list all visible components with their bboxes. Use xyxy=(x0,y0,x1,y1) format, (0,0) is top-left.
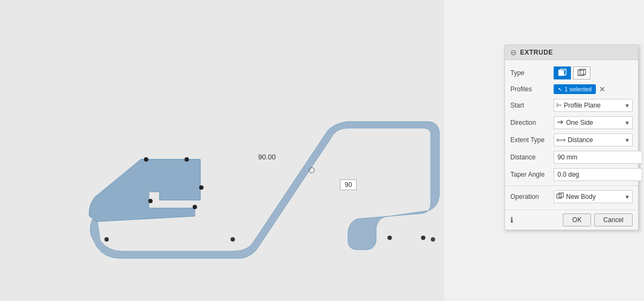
operation-icon xyxy=(556,192,564,202)
collapse-icon[interactable]: ⊖ xyxy=(510,48,517,57)
ok-button[interactable]: OK xyxy=(563,213,590,226)
operation-dropdown[interactable]: New Body ▼ xyxy=(554,190,633,203)
thin-extrude-icon xyxy=(577,68,587,78)
operation-row: Operation New Body ▼ xyxy=(505,188,638,205)
direction-label: Direction xyxy=(510,119,554,126)
type-control xyxy=(554,66,633,79)
control-point[interactable] xyxy=(387,236,392,240)
direction-svg xyxy=(556,118,564,126)
type-button-thin[interactable] xyxy=(573,66,590,79)
control-point[interactable] xyxy=(185,157,189,162)
operation-value: New Body xyxy=(566,193,622,200)
operation-arrow: ▼ xyxy=(625,194,630,200)
extrude-panel: ⊖ EXTRUDE Type xyxy=(504,45,639,230)
direction-value: One Side xyxy=(566,119,622,126)
taper-angle-input[interactable] xyxy=(554,168,642,181)
start-arrow: ▼ xyxy=(625,103,630,109)
distance-row: Distance xyxy=(505,149,638,166)
start-label: Start xyxy=(510,102,554,109)
direction-dropdown[interactable]: One Side ▼ xyxy=(554,116,633,129)
distance-control xyxy=(554,151,642,164)
start-value: Profile Plane xyxy=(564,102,622,109)
panel-body: Type xyxy=(505,60,638,210)
extent-type-dropdown[interactable]: ⟺ Distance ▼ xyxy=(554,133,633,146)
dimension-text: 90.00 xyxy=(258,153,276,161)
type-label: Type xyxy=(510,69,554,77)
cursor-icon: ↖ xyxy=(558,86,562,92)
control-point[interactable] xyxy=(199,185,203,190)
type-button-solid[interactable] xyxy=(554,66,571,79)
distance-input[interactable] xyxy=(554,151,642,164)
new-body-svg xyxy=(556,192,564,200)
info-icon[interactable]: ℹ xyxy=(510,216,513,224)
solid-extrude-icon xyxy=(557,68,567,78)
extent-type-icon: ⟺ xyxy=(556,136,566,144)
type-row: Type xyxy=(505,64,638,82)
control-point[interactable] xyxy=(104,237,109,242)
control-point[interactable] xyxy=(148,199,153,203)
direction-icon xyxy=(556,118,564,128)
operation-label: Operation xyxy=(510,193,554,200)
dimension-label: 90.00 xyxy=(258,153,276,161)
direction-control: One Side ▼ xyxy=(554,116,633,129)
selected-badge[interactable]: ↖ 1 selected xyxy=(554,84,596,94)
start-control: ⊢ Profile Plane ▼ xyxy=(554,99,633,112)
panel-title: EXTRUDE xyxy=(520,49,553,56)
control-point[interactable] xyxy=(144,157,148,162)
extent-type-value: Distance xyxy=(568,136,622,144)
control-point[interactable] xyxy=(431,237,435,242)
extent-type-label: Extent Type xyxy=(510,136,554,144)
start-row: Start ⊢ Profile Plane ▼ xyxy=(505,97,638,114)
extent-type-row: Extent Type ⟺ Distance ▼ xyxy=(505,131,638,149)
profiles-control: ↖ 1 selected ✕ xyxy=(554,84,633,94)
dimension-box-value: 90 xyxy=(345,181,352,189)
cancel-button[interactable]: Cancel xyxy=(594,213,633,226)
control-point[interactable] xyxy=(421,236,425,240)
taper-angle-control xyxy=(554,168,642,181)
control-point[interactable] xyxy=(193,205,197,209)
panel-header: ⊖ EXTRUDE xyxy=(505,45,638,60)
start-icon: ⊢ xyxy=(556,102,562,109)
distance-label: Distance xyxy=(510,153,554,161)
canvas-area: 90.00 90 xyxy=(0,0,444,301)
start-dropdown[interactable]: ⊢ Profile Plane ▼ xyxy=(554,99,633,112)
taper-angle-row: Taper Angle xyxy=(505,166,638,183)
extent-type-arrow: ▼ xyxy=(625,137,630,143)
extent-type-control: ⟺ Distance ▼ xyxy=(554,133,633,146)
taper-angle-label: Taper Angle xyxy=(510,171,554,178)
direction-arrow: ▼ xyxy=(625,120,630,126)
direction-row: Direction One Side ▼ xyxy=(505,114,638,131)
profiles-row: Profiles ↖ 1 selected ✕ xyxy=(505,82,638,97)
dimension-box[interactable]: 90 xyxy=(340,179,357,190)
profiles-label: Profiles xyxy=(510,85,554,93)
control-point[interactable] xyxy=(231,237,235,242)
operation-control: New Body ▼ xyxy=(554,190,633,203)
panel-divider xyxy=(505,185,638,186)
clear-profiles-button[interactable]: ✕ xyxy=(598,85,607,93)
shape-svg xyxy=(0,0,444,301)
panel-footer: ℹ OK Cancel xyxy=(505,210,638,230)
selected-text: 1 selected xyxy=(564,86,592,92)
